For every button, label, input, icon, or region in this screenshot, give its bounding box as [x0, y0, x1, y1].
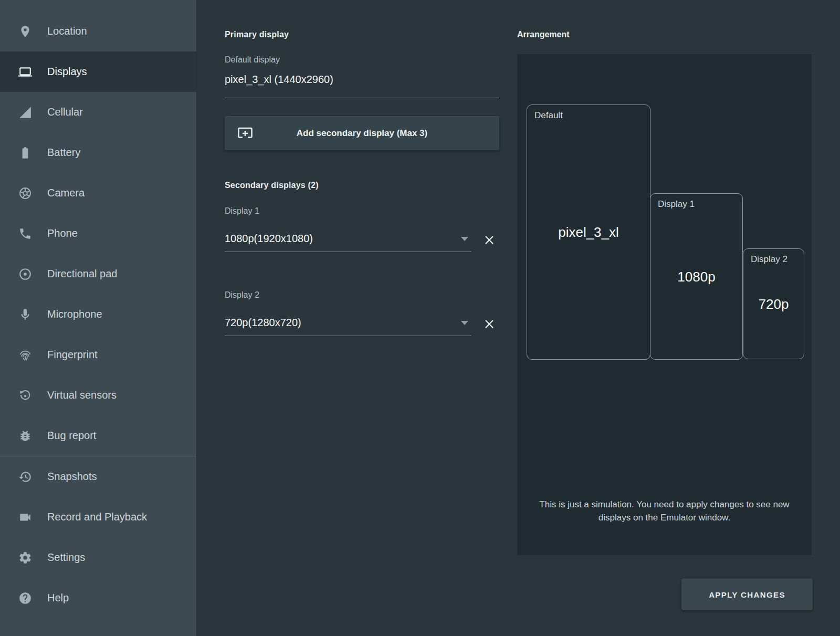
- sidebar-item-displays[interactable]: Displays: [0, 51, 196, 92]
- sidebar-item-label: Snapshots: [47, 471, 97, 483]
- sidebar-item-help[interactable]: Help: [0, 578, 196, 618]
- camera-icon: [18, 186, 33, 201]
- sidebar-item-label: Location: [47, 25, 87, 37]
- battery-icon: [18, 145, 33, 160]
- display-box-1-value: 1080p: [677, 268, 715, 285]
- display-box-default-label: Default: [534, 110, 563, 121]
- secondary-displays-title: Secondary displays (2): [225, 181, 319, 190]
- add-display-icon: [237, 126, 253, 141]
- sidebar-item-settings[interactable]: Settings: [0, 537, 196, 578]
- sidebar-item-directional-pad[interactable]: Directional pad: [0, 254, 196, 294]
- primary-display-title: Primary display: [225, 30, 289, 39]
- fingerprint-icon: [18, 348, 33, 362]
- simulation-note: This is just a simulation. You need to a…: [536, 498, 793, 524]
- snapshots-icon: [18, 470, 33, 484]
- sidebar-item-camera[interactable]: Camera: [0, 173, 196, 213]
- display-box-default[interactable]: Default pixel_3_xl: [527, 105, 650, 360]
- sidebar-item-label: Camera: [47, 187, 85, 199]
- sidebar-item-label: Displays: [47, 66, 87, 78]
- sidebar-item-phone[interactable]: Phone: [0, 213, 196, 254]
- sidebar-item-label: Fingerprint: [47, 349, 98, 361]
- display-1-value: 1080p(1920x1080): [225, 233, 313, 245]
- sidebar-item-label: Directional pad: [47, 268, 117, 280]
- sidebar-item-label: Settings: [47, 551, 85, 564]
- display-box-2[interactable]: Display 2 720p: [743, 248, 804, 359]
- remove-display-2-button[interactable]: [482, 317, 497, 331]
- sidebar-item-label: Record and Playback: [47, 511, 147, 523]
- sidebar-item-microphone[interactable]: Microphone: [0, 294, 196, 335]
- arrangement-title: Arrangement: [517, 30, 570, 39]
- record-playback-icon: [18, 510, 33, 525]
- default-display-field: pixel_3_xl (1440x2960): [225, 74, 499, 98]
- display-box-1-label: Display 1: [658, 199, 695, 210]
- virtual-sensors-icon: [18, 388, 33, 403]
- help-icon: [18, 591, 33, 606]
- add-secondary-display-button[interactable]: Add secondary display (Max 3): [225, 116, 499, 150]
- gear-icon: [18, 550, 33, 565]
- apply-changes-button[interactable]: APPLY CHANGES: [681, 579, 813, 610]
- sidebar-item-fingerprint[interactable]: Fingerprint: [0, 335, 196, 375]
- sidebar-item-label: Cellular: [47, 106, 83, 118]
- sidebar-item-battery[interactable]: Battery: [0, 132, 196, 173]
- display-box-2-value: 720p: [759, 296, 789, 312]
- microphone-icon: [18, 307, 33, 322]
- add-secondary-display-label: Add secondary display (Max 3): [225, 128, 499, 139]
- display-2-select[interactable]: 720p(1280x720): [225, 310, 471, 336]
- sidebar-item-cellular[interactable]: Cellular: [0, 92, 196, 132]
- displays-icon: [18, 65, 33, 79]
- display-box-default-value: pixel_3_xl: [558, 224, 619, 241]
- sidebar-item-label: Phone: [47, 227, 78, 239]
- sidebar-item-label: Microphone: [47, 308, 102, 320]
- cellular-icon: [18, 105, 33, 120]
- dpad-icon: [18, 267, 33, 281]
- default-display-value: pixel_3_xl (1440x2960): [225, 74, 333, 86]
- display-1-select[interactable]: 1080p(1920x1080): [225, 226, 471, 252]
- display-box-2-label: Display 2: [751, 254, 788, 265]
- sidebar-item-location[interactable]: Location: [0, 11, 196, 51]
- chevron-down-icon: [461, 321, 468, 325]
- default-display-label: Default display: [225, 55, 280, 65]
- location-icon: [18, 24, 33, 39]
- sidebar-item-bug-report[interactable]: Bug report: [0, 415, 196, 456]
- sidebar-item-label: Battery: [47, 147, 80, 159]
- arrangement-panel: Default pixel_3_xl Display 1 1080p Displ…: [517, 54, 812, 555]
- display-2-label: Display 2: [225, 290, 259, 300]
- sidebar-item-label: Help: [47, 592, 69, 604]
- display-1-label: Display 1: [225, 206, 259, 216]
- sidebar: Location Displays Cellular Battery Camer…: [0, 0, 197, 636]
- display-2-value: 720p(1280x720): [225, 317, 301, 329]
- display-box-1[interactable]: Display 1 1080p: [650, 193, 743, 360]
- chevron-down-icon: [461, 237, 468, 241]
- sidebar-item-record-and-playback[interactable]: Record and Playback: [0, 497, 196, 537]
- remove-display-1-button[interactable]: [482, 233, 497, 247]
- phone-icon: [18, 226, 33, 241]
- bug-report-icon: [18, 429, 33, 443]
- sidebar-item-virtual-sensors[interactable]: Virtual sensors: [0, 375, 196, 415]
- displays-settings-panel: Primary display Default display pixel_3_…: [225, 0, 499, 636]
- sidebar-item-label: Virtual sensors: [47, 389, 117, 401]
- sidebar-item-label: Bug report: [47, 430, 96, 442]
- sidebar-item-snapshots[interactable]: Snapshots: [0, 456, 196, 497]
